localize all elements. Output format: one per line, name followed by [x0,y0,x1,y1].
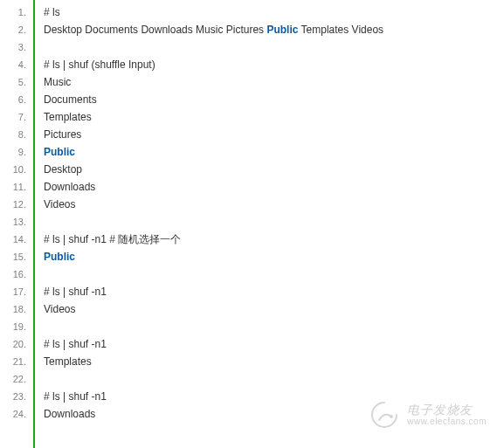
line-number: 23. [0,388,33,405]
code-token: # ls | shuf -n1 [44,390,107,403]
code-line: Videos [44,196,497,213]
line-number: 11. [0,178,33,196]
code-token: Desktop Documents Downloads Music Pictur… [44,24,266,36]
code-token: Desktop [44,163,82,176]
line-number-gutter: 1.2.3.4.5.6.7.8.9.10.11.12.13.14.15.16.1… [0,0,35,448]
line-number: 18. [0,300,33,318]
code-block: 1.2.3.4.5.6.7.8.9.10.11.12.13.14.15.16.1… [0,0,497,448]
code-line: Public [44,248,497,265]
code-token: Templates Videos [298,24,383,36]
code-token: # ls | shuf -n1 # 随机选择一个 [44,233,181,245]
line-number: 20. [0,335,33,353]
code-token: Templates [44,111,92,123]
line-number: 5. [0,73,33,91]
line-number: 9. [0,143,33,161]
line-number: 4. [0,56,33,73]
code-token: Documents [44,93,97,106]
watermark-title: 电子发烧友 [407,403,487,417]
line-number: 8. [0,126,33,143]
code-line: # ls [44,3,497,21]
code-line [44,370,497,388]
highlighted-token: Public [44,251,75,263]
line-number: 15. [0,248,33,265]
code-token: # ls [44,6,60,18]
code-token: Music [44,76,71,88]
code-line: # ls | shuf -n1 [44,283,497,300]
code-line: Templates [44,108,497,126]
code-line: Templates [44,353,497,370]
line-number: 12. [0,196,33,213]
code-line: Public [44,143,497,161]
line-number: 14. [0,231,33,248]
code-token: Videos [44,198,75,210]
code-token: Templates [44,355,92,368]
line-number: 2. [0,21,33,38]
code-line: Downloads [44,178,497,196]
code-line: Desktop Documents Downloads Music Pictur… [44,21,497,38]
line-number: 1. [0,3,33,21]
line-number: 17. [0,283,33,300]
code-line: Videos [44,300,497,318]
code-line [44,213,497,231]
code-token: # ls | shuf -n1 [44,286,107,298]
code-line [44,265,497,283]
watermark-url: www.elecfans.com [407,417,487,426]
code-line [44,38,497,56]
line-number: 10. [0,161,33,178]
highlighted-token: Public [44,146,75,158]
code-line [44,318,497,335]
code-area: # lsDesktop Documents Downloads Music Pi… [35,0,497,448]
code-line: Pictures [44,126,497,143]
code-line: Documents [44,91,497,108]
watermark-logo-icon [369,399,400,431]
highlighted-token: Public [266,24,298,36]
line-number: 24. [0,405,33,423]
line-number: 6. [0,91,33,108]
line-number: 19. [0,318,33,335]
line-number: 21. [0,353,33,370]
line-number: 16. [0,265,33,283]
watermark: 电子发烧友 www.elecfans.com [369,399,487,431]
code-token: Videos [44,303,75,315]
svg-point-0 [390,415,393,418]
line-number: 7. [0,108,33,126]
code-token: Downloads [44,408,95,420]
code-token: # ls | shuf -n1 [44,338,107,350]
code-line: Desktop [44,161,497,178]
line-number: 22. [0,370,33,388]
code-line: # ls | shuf -n1 # 随机选择一个 [44,231,497,248]
line-number: 13. [0,213,33,231]
watermark-text: 电子发烧友 www.elecfans.com [407,403,487,426]
code-token: Pictures [44,128,81,141]
line-number: 3. [0,38,33,56]
code-token: Downloads [44,181,95,193]
code-token: # ls | shuf (shuffle Input) [44,59,155,71]
code-line: Music [44,73,497,91]
code-line: # ls | shuf -n1 [44,335,497,353]
code-line: # ls | shuf (shuffle Input) [44,56,497,73]
